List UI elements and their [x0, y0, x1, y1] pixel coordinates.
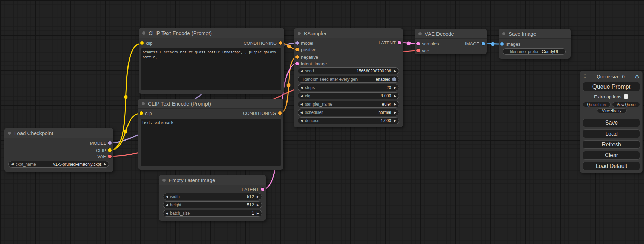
increment-arrow-icon[interactable]: ▶ — [257, 212, 259, 215]
increment-arrow-icon[interactable]: ▶ — [257, 195, 259, 198]
view-queue-button[interactable]: View Queue — [612, 102, 640, 107]
node-vae-decode[interactable]: VAE Decode samples vae IMAGE — [415, 29, 487, 54]
node-empty-latent-image[interactable]: Empty Latent Image LATENT ◀ width 512 ▶ … — [159, 175, 266, 221]
latent-slot-dot[interactable] — [261, 188, 264, 191]
seed-widget[interactable]: ◀ seed 156680208700286 ▶ — [298, 67, 399, 74]
decrement-arrow-icon[interactable]: ◀ — [166, 204, 168, 207]
clip-slot-dot[interactable] — [140, 111, 143, 115]
input-slot-model[interactable]: model — [295, 40, 313, 46]
node-title-bar[interactable]: KSampler — [294, 28, 403, 38]
model-slot-dot[interactable] — [108, 141, 112, 145]
node-load-checkpoint[interactable]: Load Checkpoint MODEL CLIP VAE ◀ ckpt_na… — [4, 128, 113, 172]
output-slot-conditioning[interactable]: CONDITIONING — [243, 110, 282, 116]
increment-arrow-icon[interactable]: ▶ — [394, 70, 396, 73]
node-clip-text-encode-positive[interactable]: CLIP Text Encode (Prompt) clip CONDITION… — [139, 28, 284, 94]
increment-arrow-icon[interactable]: ▶ — [394, 94, 396, 98]
refresh-button[interactable]: Refresh — [583, 140, 640, 149]
input-slot-vae[interactable]: vae — [416, 48, 429, 53]
ckpt-name-widget[interactable]: ◀ ckpt_name v1-5-pruned-emaonly.ckpt ▶ — [8, 161, 109, 168]
sampler-name-widget[interactable]: ◀ sampler_name euler ▶ — [298, 101, 399, 108]
output-slot-clip[interactable]: CLIP — [96, 147, 112, 153]
clip-slot-dot[interactable] — [140, 41, 144, 45]
denoise-widget[interactable]: ◀ denoise 1.000 ▶ — [298, 117, 399, 124]
node-title-bar[interactable]: CLIP Text Encode (Prompt) — [138, 99, 283, 109]
input-slot-latent-image[interactable]: latent_image — [295, 61, 327, 66]
image-slot-dot[interactable] — [500, 42, 504, 46]
collapse-dot-icon[interactable] — [298, 32, 301, 35]
conditioning-slot-dot[interactable] — [279, 41, 282, 45]
collapse-dot-icon[interactable] — [8, 132, 11, 135]
latent-slot-dot[interactable] — [295, 62, 299, 65]
node-title-bar[interactable]: Empty Latent Image — [159, 175, 266, 185]
width-widget[interactable]: ◀ width 512 ▶ — [163, 193, 262, 200]
filename-prefix-widget[interactable]: filename_prefix ComfyUI — [503, 48, 566, 55]
collapse-dot-icon[interactable] — [142, 31, 145, 35]
input-slot-negative[interactable]: negative — [295, 54, 318, 60]
node-ksampler[interactable]: KSampler model positive negative latent_… — [294, 28, 403, 127]
decrement-arrow-icon[interactable]: ◀ — [300, 111, 303, 114]
save-button[interactable]: Save — [583, 119, 640, 127]
node-save-image[interactable]: Save Image images filename_prefix ComfyU… — [499, 29, 571, 59]
collapse-dot-icon[interactable] — [502, 32, 505, 35]
scheduler-widget[interactable]: ◀ scheduler normal ▶ — [298, 109, 399, 116]
model-slot-dot[interactable] — [295, 41, 299, 45]
image-slot-dot[interactable] — [482, 42, 485, 45]
latent-slot-dot[interactable] — [416, 42, 420, 45]
prompt-textarea[interactable]: text, watermark — [141, 119, 281, 166]
clip-slot-dot[interactable] — [108, 148, 112, 152]
node-title-bar[interactable]: CLIP Text Encode (Prompt) — [139, 28, 284, 38]
collapse-dot-icon[interactable] — [418, 32, 422, 35]
view-history-button[interactable]: View History — [597, 108, 627, 113]
gear-icon[interactable]: ⚙ — [635, 74, 639, 79]
decrement-arrow-icon[interactable]: ◀ — [300, 70, 303, 73]
steps-widget[interactable]: ◀ steps 20 ▶ — [298, 84, 399, 91]
increment-arrow-icon[interactable]: ▶ — [104, 163, 106, 166]
increment-arrow-icon[interactable]: ▶ — [394, 103, 396, 106]
queue-prompt-button[interactable]: Queue Prompt — [583, 82, 640, 91]
cfg-widget[interactable]: ◀ cfg 8.000 ▶ — [298, 92, 399, 99]
output-slot-latent[interactable]: LATENT — [379, 40, 401, 45]
increment-arrow-icon[interactable]: ▶ — [394, 111, 396, 114]
drag-handle-icon[interactable]: ⠿ — [583, 74, 586, 79]
input-slot-positive[interactable]: positive — [295, 47, 316, 52]
decrement-arrow-icon[interactable]: ◀ — [300, 86, 303, 89]
queue-front-button[interactable]: Queue Front — [583, 102, 611, 107]
output-slot-vae[interactable]: VAE — [97, 154, 112, 159]
decrement-arrow-icon[interactable]: ◀ — [300, 94, 303, 98]
decrement-arrow-icon[interactable]: ◀ — [166, 195, 168, 198]
node-clip-text-encode-negative[interactable]: CLIP Text Encode (Prompt) clip CONDITION… — [138, 99, 283, 170]
increment-arrow-icon[interactable]: ▶ — [257, 204, 259, 207]
increment-arrow-icon[interactable]: ▶ — [394, 119, 396, 123]
clear-button[interactable]: Clear — [583, 151, 640, 160]
conditioning-slot-dot[interactable] — [295, 48, 299, 51]
node-title-bar[interactable]: VAE Decode — [415, 29, 487, 39]
conditioning-slot-dot[interactable] — [295, 55, 299, 59]
output-slot-latent[interactable]: LATENT — [242, 187, 264, 192]
conditioning-slot-dot[interactable] — [278, 111, 282, 115]
batch-size-widget[interactable]: ◀ batch_size 1 ▶ — [163, 210, 262, 217]
input-slot-clip[interactable]: clip — [140, 110, 152, 116]
load-button[interactable]: Load — [583, 129, 640, 138]
node-title-bar[interactable]: Save Image — [499, 29, 571, 39]
input-slot-samples[interactable]: samples — [416, 41, 439, 46]
increment-arrow-icon[interactable]: ▶ — [394, 86, 396, 89]
vae-slot-dot[interactable] — [108, 155, 112, 158]
collapse-dot-icon[interactable] — [162, 179, 166, 182]
input-slot-images[interactable]: images — [500, 41, 520, 47]
decrement-arrow-icon[interactable]: ◀ — [300, 103, 303, 106]
height-widget[interactable]: ◀ height 512 ▶ — [163, 201, 262, 208]
toggle-dot-icon[interactable] — [392, 77, 396, 81]
output-slot-model[interactable]: MODEL — [90, 140, 112, 146]
input-slot-clip[interactable]: clip — [140, 40, 153, 46]
decrement-arrow-icon[interactable]: ◀ — [166, 212, 168, 215]
decrement-arrow-icon[interactable]: ◀ — [300, 119, 303, 123]
output-slot-image[interactable]: IMAGE — [465, 41, 485, 46]
graph-canvas[interactable]: Load Checkpoint MODEL CLIP VAE ◀ ckpt_na… — [0, 0, 644, 244]
random-seed-toggle-widget[interactable]: Random seed after every gen enabled — [298, 76, 399, 83]
collapse-dot-icon[interactable] — [142, 102, 145, 105]
extra-options-checkbox[interactable] — [624, 94, 628, 99]
prompt-textarea[interactable]: beautiful scenery nature glass bottle la… — [141, 48, 281, 90]
latent-slot-dot[interactable] — [398, 41, 401, 44]
node-title-bar[interactable]: Load Checkpoint — [4, 128, 113, 138]
load-default-button[interactable]: Load Default — [583, 162, 640, 170]
